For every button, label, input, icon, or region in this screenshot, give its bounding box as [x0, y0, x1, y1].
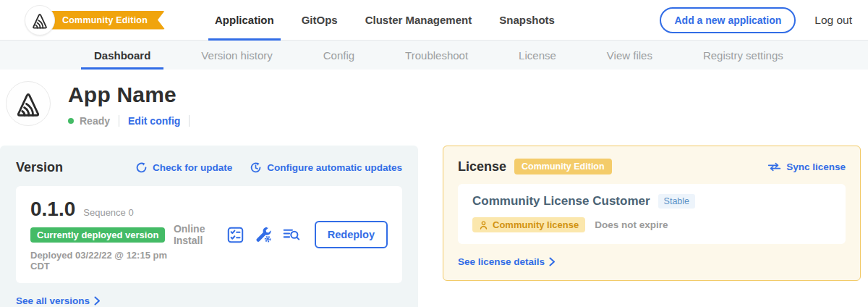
license-type-badge: Community license [472, 217, 585, 232]
brand-logo [25, 5, 55, 35]
top-nav: Community Edition Application GitOps Clu… [0, 0, 868, 41]
tab-dashboard[interactable]: Dashboard [81, 41, 163, 70]
chevron-right-icon [549, 257, 556, 266]
configure-automatic-updates-link[interactable]: Configure automatic updates [250, 161, 402, 174]
app-sub-nav: Dashboard Version history Config Trouble… [0, 41, 868, 70]
app-header: App Name Ready Edit config [0, 70, 868, 127]
sync-arrows-icon [767, 162, 781, 172]
license-expiry: Does not expire [595, 219, 668, 230]
brand: Community Edition [25, 5, 165, 35]
currently-deployed-badge: Currently deployed version [30, 227, 165, 243]
top-nav-right: Add a new application Log out [660, 7, 852, 33]
deploy-logs-button[interactable] [283, 227, 300, 242]
install-type-label: Online Install [174, 223, 214, 246]
dashboard-cards: Version Check for update [0, 146, 868, 307]
nav-item-gitops[interactable]: GitOps [288, 0, 352, 40]
tab-version-history[interactable]: Version history [188, 41, 285, 70]
check-for-update-link[interactable]: Check for update [135, 161, 232, 174]
status-badge: Ready [80, 115, 110, 127]
status-dot [68, 118, 74, 124]
deployed-timestamp: Deployed 03/22/22 @ 12:15 pm CDT [30, 250, 174, 272]
page-title: App Name [68, 83, 190, 107]
preflight-checks-button[interactable] [227, 227, 244, 243]
current-version-info: 0.1.0 Sequence 0 Currently deployed vers… [30, 198, 174, 272]
refresh-icon [135, 161, 148, 174]
clock-refresh-icon [250, 161, 262, 174]
version-card-actions: Check for update Configure automatic upd… [135, 161, 402, 174]
community-edition-badge: Community Edition [514, 159, 612, 174]
config-button[interactable] [255, 226, 272, 243]
app-status-row: Ready Edit config [68, 115, 190, 127]
divider [119, 115, 119, 127]
license-card: License Community Edition Sync license C… [443, 146, 861, 281]
see-license-details-link[interactable]: See license details [458, 256, 846, 267]
nav-item-application[interactable]: Application [201, 0, 288, 40]
checklist-icon [227, 227, 244, 243]
tab-troubleshoot[interactable]: Troubleshoot [392, 41, 481, 70]
license-details-panel: Community License Customer Stable Commun… [458, 184, 846, 244]
tab-view-files[interactable]: View files [594, 41, 665, 70]
see-all-versions-link[interactable]: See all versions [16, 295, 402, 306]
tab-registry-settings[interactable]: Registry settings [690, 41, 796, 70]
app-header-text: App Name Ready Edit config [68, 81, 190, 127]
sync-license-link[interactable]: Sync license [767, 161, 846, 172]
add-new-application-button[interactable]: Add a new application [660, 7, 796, 33]
person-icon [479, 220, 488, 230]
wrench-gear-icon [255, 226, 272, 243]
version-card-header: Version Check for update [16, 160, 402, 175]
chevron-right-icon [94, 296, 101, 306]
divider [189, 115, 190, 127]
nav-item-cluster-management[interactable]: Cluster Management [352, 0, 486, 40]
license-card-header: License Community Edition Sync license [458, 159, 846, 174]
version-card: Version Check for update [0, 146, 418, 307]
tab-config[interactable]: Config [310, 41, 367, 70]
sequence-label: Sequence 0 [83, 207, 133, 218]
channel-badge: Stable [658, 194, 695, 209]
logs-search-icon [283, 227, 300, 242]
current-version-panel: 0.1.0 Sequence 0 Currently deployed vers… [16, 186, 402, 283]
logout-button[interactable]: Log out [814, 14, 852, 27]
tab-license[interactable]: License [506, 41, 569, 70]
customer-name: Community License Customer [472, 194, 650, 209]
replicated-mark-icon [14, 89, 43, 118]
version-card-title: Version [16, 160, 63, 175]
edit-config-link[interactable]: Edit config [128, 115, 180, 127]
replicated-mark-icon [30, 11, 49, 30]
license-card-title: License [458, 159, 506, 174]
redeploy-button[interactable]: Redeploy [315, 221, 388, 248]
community-edition-ribbon: Community Edition [43, 11, 165, 30]
version-actions: Online Install [174, 221, 388, 248]
nav-item-snapshots[interactable]: Snapshots [485, 0, 569, 40]
app-avatar [6, 81, 51, 126]
top-nav-links: Application GitOps Cluster Management Sn… [201, 0, 569, 40]
version-number: 0.1.0 [30, 198, 75, 221]
